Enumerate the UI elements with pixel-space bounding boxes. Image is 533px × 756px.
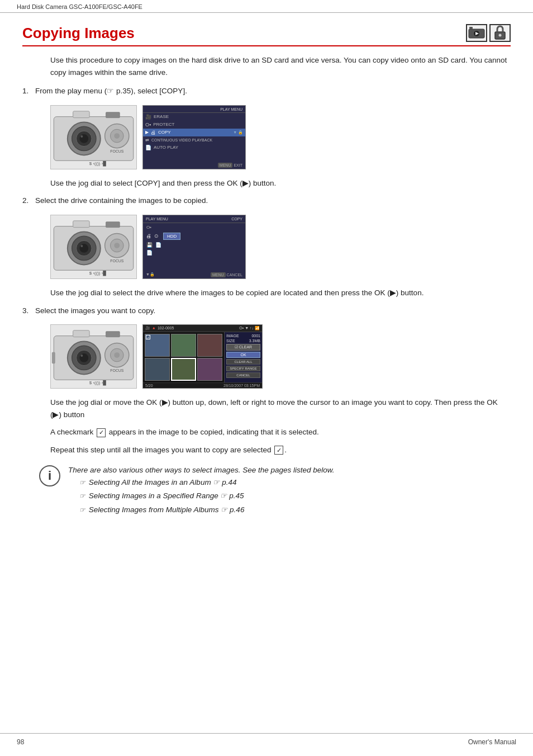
page-number: 98 bbox=[17, 738, 24, 746]
info-link-1: ☞ Selecting All the Images in an Album ☞… bbox=[79, 476, 335, 489]
camera-diagram-1: FOCUS $ ‹(()) ›█ bbox=[50, 105, 137, 169]
svg-point-41 bbox=[114, 352, 120, 358]
step-2-desc: Use the jog dial to select the drive whe… bbox=[50, 287, 511, 299]
arrow-icon-1: ☞ bbox=[79, 479, 85, 486]
lock-icon-box bbox=[489, 24, 511, 42]
page-title-row: Copying Images bbox=[22, 24, 511, 46]
top-bar: Hard Disk Camera GSC-A100FE/GSC-A40FE bbox=[0, 0, 533, 13]
svg-point-6 bbox=[499, 34, 502, 37]
svg-point-37 bbox=[79, 353, 88, 362]
step-2-number: 2. bbox=[22, 196, 28, 205]
step-3-desc1: Use the jog dial or move the OK (▶) butt… bbox=[50, 396, 511, 420]
checkmark-icon-2: ✓ bbox=[274, 446, 283, 455]
step-1: 1. From the play menu (☞ p.35), select [… bbox=[22, 85, 511, 97]
hdd-screen: PLAY MENU COPY O▪ 🖨 ⊙ HDD 💾 📄 📄 MENU CAN… bbox=[142, 215, 246, 279]
step-2-text: Select the drive containing the images t… bbox=[35, 196, 208, 205]
svg-rect-18 bbox=[73, 111, 89, 118]
info-content: There are also various other ways to sel… bbox=[68, 464, 335, 517]
figure-row-3: FOCUS $ ‹(()) ›█ 🎥 🔺 102-0005 O▪ ▼ ↑↓ 📶 bbox=[50, 324, 511, 389]
step-3-desc2: A checkmark ✓ appears in the image to be… bbox=[50, 426, 511, 438]
arrow-icon-3: ☞ bbox=[79, 506, 85, 514]
svg-text:FOCUS: FOCUS bbox=[110, 258, 123, 262]
step-3: 3. Select the images you want to copy. bbox=[22, 305, 511, 317]
info-box: i There are also various other ways to s… bbox=[39, 464, 511, 517]
intro-text: Use this procedure to copy images on the… bbox=[50, 54, 511, 78]
svg-point-24 bbox=[79, 244, 88, 253]
arrow-icon-2: ☞ bbox=[79, 492, 85, 500]
info-link-2: ☞ Selecting Images in a Specified Range … bbox=[79, 489, 335, 503]
svg-point-28 bbox=[114, 243, 120, 248]
camera-diagram-3: FOCUS $ ‹(()) ›█ bbox=[50, 324, 137, 389]
info-note: There are also various other ways to sel… bbox=[68, 466, 335, 474]
svg-point-38 bbox=[80, 355, 83, 357]
main-content: Copying Images bbox=[0, 13, 533, 558]
step-1-desc: Use the jog dial to select [COPY] and th… bbox=[50, 177, 511, 190]
svg-rect-32 bbox=[106, 222, 120, 228]
play-menu-screen-1: PLAY MENU 🎥 ERASE O▪ PROTECT ▶ 🖨 COPY ▼ … bbox=[142, 105, 246, 169]
title-icons bbox=[466, 24, 511, 42]
document-title: Hard Disk Camera GSC-A100FE/GSC-A40FE bbox=[17, 3, 142, 10]
svg-point-11 bbox=[79, 134, 88, 143]
manual-label: Owner's Manual bbox=[468, 738, 516, 746]
step-3-desc3: Repeat this step until all the images yo… bbox=[50, 444, 511, 456]
svg-text:$ ‹(()) ›█: $ ‹(()) ›█ bbox=[89, 380, 106, 386]
svg-rect-44 bbox=[73, 330, 89, 337]
lock-icon bbox=[493, 25, 507, 41]
camera-play-icon bbox=[468, 26, 485, 40]
svg-point-25 bbox=[80, 245, 83, 247]
svg-rect-4 bbox=[469, 27, 473, 29]
step-3-number: 3. bbox=[22, 306, 28, 315]
svg-point-12 bbox=[80, 135, 83, 138]
camera-diagram-2: FOCUS $ ‹(()) ›█ bbox=[50, 215, 137, 279]
img-select-screen: 🎥 🔺 102-0005 O▪ ▼ ↑↓ 📶 ✓ bbox=[142, 324, 263, 389]
camera-icon-box bbox=[466, 24, 487, 42]
svg-point-15 bbox=[114, 133, 120, 139]
svg-rect-46 bbox=[52, 352, 55, 363]
step-2: 2. Select the drive containing the image… bbox=[22, 195, 511, 207]
info-link-3: ☞ Selecting Images from Multiple Albums … bbox=[79, 503, 335, 517]
svg-text:FOCUS: FOCUS bbox=[110, 149, 123, 153]
checkmark-icon: ✓ bbox=[97, 428, 106, 437]
svg-rect-45 bbox=[106, 332, 120, 337]
svg-text:$ ‹(()) ›█: $ ‹(()) ›█ bbox=[89, 160, 106, 167]
footer: 98 Owner's Manual bbox=[0, 733, 533, 746]
page-title: Copying Images bbox=[22, 25, 135, 42]
info-icon: i bbox=[39, 465, 60, 486]
svg-rect-31 bbox=[73, 221, 89, 228]
figure-row-1: FOCUS $ ‹(()) ›█ PLAY MENU 🎥 ERASE O▪ PR… bbox=[50, 105, 511, 169]
step-1-text: From the play menu (☞ p.35), select [COP… bbox=[35, 87, 187, 95]
svg-text:FOCUS: FOCUS bbox=[110, 368, 123, 372]
step-3-text: Select the images you want to copy. bbox=[35, 306, 155, 315]
svg-text:$ ‹(()) ›█: $ ‹(()) ›█ bbox=[89, 270, 106, 276]
figure-row-2: FOCUS $ ‹(()) ›█ PLAY MENU COPY O▪ 🖨 ⊙ H… bbox=[50, 215, 511, 279]
svg-rect-19 bbox=[106, 112, 120, 118]
step-1-number: 1. bbox=[22, 87, 28, 95]
play-menu-title-1: PLAY MENU bbox=[143, 106, 245, 113]
